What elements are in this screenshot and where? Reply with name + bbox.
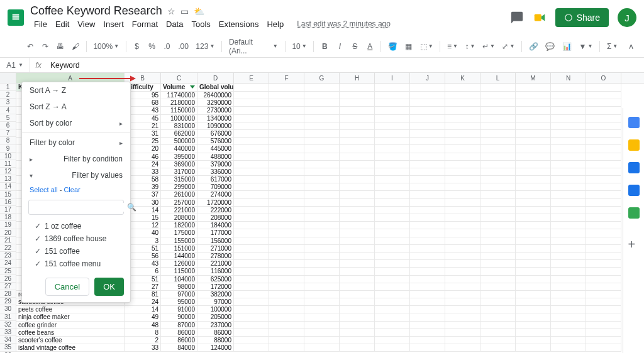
col-header[interactable]: F — [269, 73, 304, 83]
account-avatar[interactable]: J — [618, 8, 636, 27]
share-button[interactable]: Share — [555, 8, 609, 27]
sort-za[interactable]: Sort Z → A — [22, 99, 130, 115]
col-header[interactable]: G — [304, 73, 340, 83]
font-select[interactable]: Default (Ari...▼ — [226, 36, 280, 57]
filter-icon[interactable]: ▼▼ — [577, 41, 595, 52]
row-header[interactable]: 34 — [0, 336, 16, 344]
functions-icon[interactable]: Σ▼ — [604, 41, 620, 52]
row-header[interactable]: 9 — [0, 145, 16, 153]
keep-icon[interactable] — [628, 139, 640, 151]
menu-file[interactable]: File — [30, 18, 51, 31]
link-icon[interactable]: 🔗 — [526, 41, 541, 52]
row-header[interactable]: 3 — [0, 99, 16, 106]
header-global-volume[interactable]: Global volum — [197, 84, 234, 92]
row-header[interactable]: 10 — [0, 153, 16, 160]
merge-icon[interactable]: ⬚▼ — [418, 41, 435, 52]
move-folder-icon[interactable]: ▭ — [180, 6, 189, 16]
comment-icon[interactable]: 💬 — [543, 41, 558, 52]
table-row[interactable]: scooter's coffee28600088000 — [16, 337, 644, 344]
filter-search[interactable]: 🔍 — [28, 200, 124, 215]
table-row[interactable]: ninja coffee maker4990000205000 — [16, 313, 644, 321]
print-icon[interactable]: 🖶 — [54, 41, 67, 52]
row-header[interactable]: 30 — [0, 305, 16, 313]
row-header[interactable]: 19 — [0, 221, 16, 229]
col-header[interactable]: N — [551, 73, 586, 83]
row-header[interactable]: 14 — [0, 183, 16, 190]
currency-icon[interactable]: $ — [131, 41, 143, 52]
col-header[interactable]: D — [197, 73, 234, 83]
filter-value-item[interactable]: ✓1369 coffee house — [35, 232, 130, 245]
row-header[interactable]: 12 — [0, 168, 16, 175]
row-header[interactable]: 35 — [0, 344, 16, 351]
filter-by-condition[interactable]: ▸Filter by condition — [22, 151, 130, 167]
clear-link[interactable]: Clear — [64, 186, 80, 193]
menu-data[interactable]: Data — [162, 18, 187, 31]
filter-value-item[interactable]: ✓151 coffee — [35, 245, 130, 258]
menu-view[interactable]: View — [74, 18, 99, 31]
table-row[interactable]: island vintage coffee3384000124000 — [16, 344, 644, 352]
row-header[interactable]: 27 — [0, 283, 16, 290]
menu-insert[interactable]: Insert — [99, 18, 128, 31]
filter-value-item[interactable]: ✓151 coffee menu — [35, 258, 130, 270]
col-header[interactable]: J — [410, 73, 445, 83]
italic-icon[interactable]: I — [333, 41, 346, 52]
undo-icon[interactable]: ↶ — [24, 41, 36, 52]
col-header[interactable]: L — [480, 73, 516, 83]
table-row[interactable]: coffee grinder4887000237000 — [16, 322, 644, 329]
cancel-button[interactable]: Cancel — [45, 278, 89, 296]
menu-edit[interactable]: Edit — [52, 18, 73, 31]
row-header[interactable]: 16 — [0, 198, 16, 206]
row-header[interactable]: 4 — [0, 107, 16, 114]
percent-icon[interactable]: % — [146, 41, 158, 52]
row-header[interactable]: 25 — [0, 268, 16, 275]
col-header[interactable]: C — [161, 73, 197, 83]
comment-history-icon[interactable] — [510, 11, 524, 24]
name-box[interactable]: A1 ▼ — [0, 58, 30, 72]
text-color-icon[interactable]: A — [364, 41, 376, 52]
row-header[interactable]: 29 — [0, 298, 16, 305]
meet-icon[interactable] — [533, 11, 547, 24]
menu-tools[interactable]: Tools — [187, 18, 214, 31]
filter-arrow-icon[interactable] — [190, 85, 195, 89]
row-header[interactable]: 28 — [0, 290, 16, 298]
strike-icon[interactable]: S — [348, 41, 361, 52]
collapse-toolbar-icon[interactable]: ʌ — [625, 41, 638, 52]
menu-extensions[interactable]: Extensions — [215, 18, 263, 31]
filter-search-input[interactable] — [33, 203, 127, 212]
row-header[interactable]: 5 — [0, 114, 16, 122]
last-edit-msg[interactable]: Last edit was 2 minutes ago — [293, 18, 394, 31]
borders-icon[interactable]: ▦ — [402, 41, 415, 52]
table-row[interactable]: coffee beans88600086000 — [16, 329, 644, 337]
row-header[interactable]: 18 — [0, 214, 16, 221]
wrap-icon[interactable]: ↵▼ — [480, 41, 497, 52]
bold-icon[interactable]: B — [318, 41, 331, 52]
cloud-status-icon[interactable]: ⛅ — [194, 6, 204, 16]
zoom-select[interactable]: 100%▼ — [91, 41, 121, 52]
row-header[interactable]: 32 — [0, 321, 16, 329]
row-header[interactable]: 21 — [0, 237, 16, 244]
row-header[interactable]: 7 — [0, 129, 16, 137]
row-header[interactable]: 15 — [0, 191, 16, 198]
chart-icon[interactable]: 📊 — [560, 41, 574, 52]
header-volume[interactable]: Volume — [161, 84, 197, 92]
table-row[interactable]: peets coffee1491000100000 — [16, 306, 644, 313]
formula-input[interactable]: Keyword — [47, 61, 80, 70]
row-header[interactable]: 2 — [0, 91, 16, 99]
row-header[interactable]: 22 — [0, 244, 16, 252]
menu-format[interactable]: Format — [128, 18, 162, 31]
tasks-icon[interactable] — [628, 162, 640, 173]
row-header[interactable]: 8 — [0, 137, 16, 144]
filter-by-color[interactable]: Filter by color▸ — [22, 134, 130, 151]
row-header[interactable]: 24 — [0, 259, 16, 267]
row-header[interactable]: 13 — [0, 175, 16, 183]
filter-value-item[interactable]: ✓1 oz coffee — [35, 220, 130, 232]
col-header[interactable]: I — [375, 73, 410, 83]
addons-plus-icon[interactable]: + — [628, 237, 640, 249]
contacts-icon[interactable] — [628, 185, 640, 196]
ok-button[interactable]: OK — [94, 278, 124, 296]
valign-icon[interactable]: ↕▼ — [463, 41, 478, 52]
filter-by-values[interactable]: ▾Filter by values — [22, 167, 130, 183]
fill-color-icon[interactable]: 🪣 — [386, 41, 400, 52]
row-header[interactable]: 20 — [0, 229, 16, 237]
sort-az[interactable]: Sort A → Z — [22, 82, 130, 99]
